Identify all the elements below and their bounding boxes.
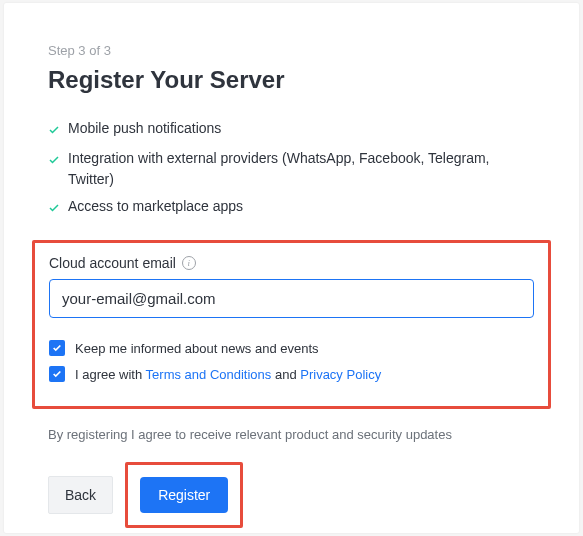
step-indicator: Step 3 of 3 xyxy=(48,43,535,58)
feature-text: Integration with external providers (Wha… xyxy=(68,148,535,190)
email-field[interactable] xyxy=(49,279,534,318)
info-icon[interactable]: i xyxy=(182,256,196,270)
back-button[interactable]: Back xyxy=(48,476,113,514)
feature-item: Integration with external providers (Wha… xyxy=(48,148,535,190)
news-label: Keep me informed about news and events xyxy=(75,341,319,356)
check-icon xyxy=(48,151,60,172)
feature-item: Mobile push notifications xyxy=(48,118,535,142)
email-section-highlight: Cloud account email i Keep me informed a… xyxy=(32,240,551,409)
news-checkbox-row: Keep me informed about news and events xyxy=(49,340,534,356)
check-icon xyxy=(48,121,60,142)
feature-text: Mobile push notifications xyxy=(68,118,221,139)
email-label-row: Cloud account email i xyxy=(49,255,534,271)
check-icon xyxy=(48,199,60,220)
agree-checkbox[interactable] xyxy=(49,366,65,382)
email-label: Cloud account email xyxy=(49,255,176,271)
feature-list: Mobile push notifications Integration wi… xyxy=(48,118,535,220)
feature-item: Access to marketplace apps xyxy=(48,196,535,220)
agree-checkbox-row: I agree with Terms and Conditions and Pr… xyxy=(49,366,534,382)
terms-link[interactable]: Terms and Conditions xyxy=(146,367,272,382)
button-row: Back Register xyxy=(48,462,535,528)
page-title: Register Your Server xyxy=(48,66,535,94)
register-button[interactable]: Register xyxy=(140,477,228,513)
privacy-link[interactable]: Privacy Policy xyxy=(300,367,381,382)
agree-label: I agree with Terms and Conditions and Pr… xyxy=(75,367,381,382)
feature-text: Access to marketplace apps xyxy=(68,196,243,217)
news-checkbox[interactable] xyxy=(49,340,65,356)
register-card: Step 3 of 3 Register Your Server Mobile … xyxy=(4,3,579,533)
register-highlight: Register xyxy=(125,462,243,528)
disclaimer-text: By registering I agree to receive releva… xyxy=(48,427,535,442)
